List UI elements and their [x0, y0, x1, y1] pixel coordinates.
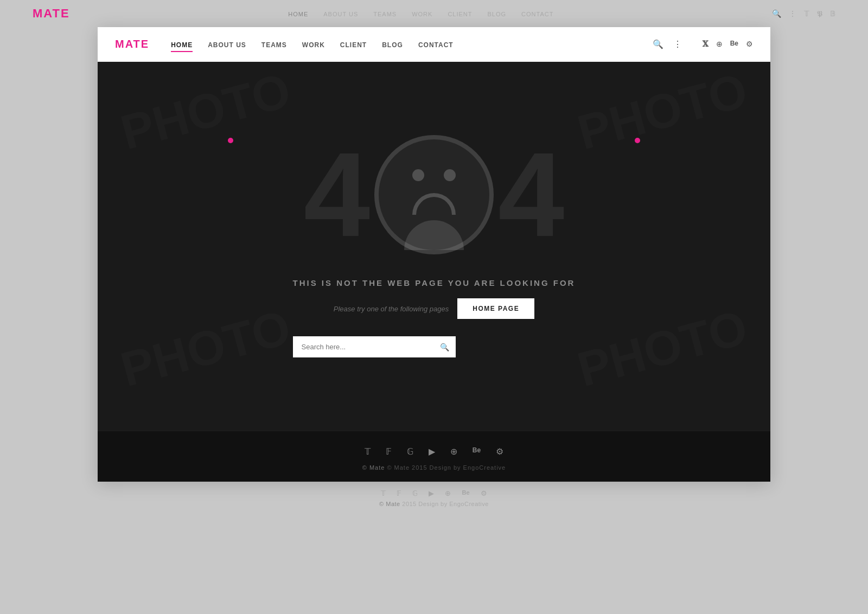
error-404-display: 4 4 — [304, 135, 565, 254]
bg-nav-teams[interactable]: TEAMS — [373, 9, 397, 18]
bottom-dribbble-icon[interactable]: ⚙ — [481, 489, 487, 497]
digit-four-left: 4 — [304, 135, 370, 254]
bottom-bg-socials: 𝕋 𝔽 𝔾 ▶ ⊕ Be ⚙ — [381, 489, 487, 497]
sad-face-wrap: 4 4 — [304, 135, 565, 254]
footer-behance-icon[interactable]: Be — [473, 446, 481, 457]
footer-pinterest-icon[interactable]: ⊕ — [450, 446, 457, 457]
footer-social-icons: 𝕋 𝔽 𝔾 ▶ ⊕ Be ⚙ — [98, 446, 770, 457]
face-eye-right — [444, 169, 456, 181]
nav-search-icon[interactable]: 🔍 — [653, 39, 663, 49]
bottom-twitter-icon[interactable]: 𝕋 — [381, 489, 386, 497]
nav-twitter-icon[interactable]: 𝕏 — [703, 40, 709, 49]
nav-item-teams[interactable]: TEAMS — [261, 40, 287, 49]
face-eyes — [412, 169, 456, 181]
search-wrapper: 🔍 — [293, 336, 456, 357]
nav-behance-icon[interactable]: Be — [730, 40, 738, 49]
nav-item-blog[interactable]: BLOG — [382, 40, 403, 49]
nav-settings-icon[interactable]: ⚙ — [746, 40, 753, 49]
watermark-tl: PHOTO — [115, 62, 296, 161]
bg-right-icons: 🔍 ⋮ 𝕋 𝕻 𝔹 — [772, 9, 835, 18]
nav-item-contact[interactable]: CONTACT — [418, 40, 454, 49]
search-magnifier-icon: 🔍 — [440, 343, 449, 351]
error-sub-text: Please try one of the following pages — [334, 305, 449, 313]
bottom-bg-bar: 𝕋 𝔽 𝔾 ▶ ⊕ Be ⚙ © Mate 2015 Design by Eng… — [0, 482, 868, 511]
main-card: MATE HOME ABOUT US TEAMS WORK CLIENT BLO… — [98, 27, 770, 482]
footer-dribbble-icon[interactable]: ⚙ — [496, 446, 503, 457]
pin-dot-top-left — [228, 138, 233, 143]
error-title: THIS IS NOT THE WEB PAGE YOU ARE LOOKING… — [293, 278, 576, 287]
sad-face-icon — [374, 135, 494, 254]
bg-nav-about[interactable]: ABOUT US — [323, 9, 358, 18]
bottom-copyright: © Mate 2015 Design by EngoCreative — [379, 501, 489, 507]
footer-youtube-icon[interactable]: ▶ — [429, 446, 435, 457]
bg-twitter-icon[interactable]: 𝕋 — [804, 9, 809, 18]
bg-logo: MATE — [33, 7, 70, 21]
nav-social-icons: 𝕏 ⊕ Be ⚙ — [703, 40, 753, 49]
nav-item-about[interactable]: ABOUT US — [208, 40, 246, 49]
bg-nav-client[interactable]: CLIENT — [448, 9, 472, 18]
digit-four-right: 4 — [498, 135, 564, 254]
face-eye-left — [412, 169, 424, 181]
nav-item-client[interactable]: CLIENT — [340, 40, 367, 49]
watermark-tr: PHOTO — [572, 62, 753, 161]
error-message-block: THIS IS NOT THE WEB PAGE YOU ARE LOOKING… — [293, 278, 576, 357]
nav-item-home[interactable]: HOME — [171, 40, 193, 49]
error-sub-row: Please try one of the following pages HO… — [293, 298, 576, 319]
nav-pinterest-icon[interactable]: ⊕ — [716, 40, 723, 49]
face-mouth — [412, 193, 456, 215]
bg-more-icon[interactable]: ⋮ — [789, 9, 796, 18]
bg-nav-contact[interactable]: CONTACT — [521, 9, 553, 18]
bg-nav-blog[interactable]: BLOG — [488, 9, 507, 18]
footer-twitter-icon[interactable]: 𝕋 — [365, 446, 371, 457]
white-nav-links: HOME ABOUT US TEAMS WORK CLIENT BLOG CON… — [171, 40, 653, 49]
footer-copyright: © Mate © Mate 2015 Design by EngoCreativ… — [98, 464, 770, 471]
home-page-button[interactable]: HOME PAGE — [457, 298, 534, 319]
bottom-facebook-icon[interactable]: 𝔽 — [397, 489, 401, 497]
bottom-pinterest-icon[interactable]: ⊕ — [445, 489, 451, 497]
white-nav-right: 🔍 ⋮ 𝕏 ⊕ Be ⚙ — [653, 39, 753, 49]
watermark-br: PHOTO — [572, 299, 753, 398]
white-navbar: MATE HOME ABOUT US TEAMS WORK CLIENT BLO… — [98, 27, 770, 62]
bottom-gplus-icon[interactable]: 𝔾 — [412, 489, 418, 497]
face-body — [404, 220, 464, 250]
dark-footer: 𝕋 𝔽 𝔾 ▶ ⊕ Be ⚙ © Mate © Mate 2015 Design… — [98, 431, 770, 482]
background-topbar: MATE HOME ABOUT US TEAMS WORK CLIENT BLO… — [0, 0, 868, 27]
white-nav-logo[interactable]: MATE — [115, 38, 149, 50]
bottom-youtube-icon[interactable]: ▶ — [429, 489, 434, 497]
nav-item-work[interactable]: WORK — [302, 40, 325, 49]
footer-facebook-icon[interactable]: 𝔽 — [386, 446, 392, 457]
bg-pinterest-icon[interactable]: 𝕻 — [817, 9, 822, 18]
watermark-bl: PHOTO — [115, 299, 296, 398]
hero-section: PHOTO PHOTO PHOTO PHOTO 4 4 — [98, 62, 770, 431]
bg-nav-work[interactable]: WORK — [412, 9, 432, 18]
bg-nav-list: HOME ABOUT US TEAMS WORK CLIENT BLOG CON… — [288, 9, 553, 18]
bg-nav-home[interactable]: HOME — [288, 9, 308, 18]
pin-dot-top-right — [635, 138, 640, 143]
bottom-behance-icon[interactable]: Be — [462, 489, 469, 497]
search-input[interactable] — [293, 336, 456, 357]
nav-more-icon[interactable]: ⋮ — [673, 39, 682, 49]
bg-search-icon[interactable]: 🔍 — [772, 9, 781, 18]
bg-behance-icon[interactable]: 𝔹 — [830, 9, 835, 18]
footer-gplus-icon[interactable]: 𝔾 — [407, 446, 413, 457]
